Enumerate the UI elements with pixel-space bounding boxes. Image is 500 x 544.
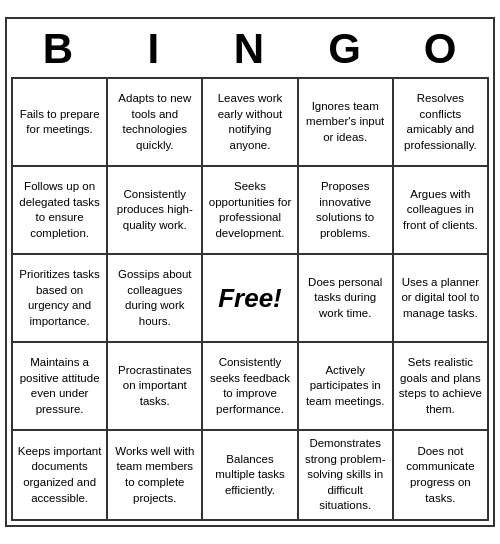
bingo-cell-21[interactable]: Works well with team members to complete… [108,431,203,521]
bingo-cell-3[interactable]: Ignores team member's input or ideas. [299,79,394,167]
header-letter: B [11,23,107,77]
bingo-cell-15[interactable]: Maintains a positive attitude even under… [13,343,108,431]
bingo-cell-8[interactable]: Proposes innovative solutions to problem… [299,167,394,255]
bingo-cell-14[interactable]: Uses a planner or digital tool to manage… [394,255,489,343]
bingo-cell-18[interactable]: Actively participates in team meetings. [299,343,394,431]
bingo-cell-1[interactable]: Adapts to new tools and technologies qui… [108,79,203,167]
header-letter: O [393,23,489,77]
bingo-cell-19[interactable]: Sets realistic goals and plans steps to … [394,343,489,431]
bingo-cell-13[interactable]: Does personal tasks during work time. [299,255,394,343]
bingo-cell-9[interactable]: Argues with colleagues in front of clien… [394,167,489,255]
bingo-cell-11[interactable]: Gossips about colleagues during work hou… [108,255,203,343]
bingo-header: BINGO [11,23,489,77]
bingo-cell-16[interactable]: Procrastinates on important tasks. [108,343,203,431]
header-letter: I [107,23,203,77]
bingo-cell-5[interactable]: Follows up on delegated tasks to ensure … [13,167,108,255]
bingo-cell-6[interactable]: Consistently produces high-quality work. [108,167,203,255]
bingo-cell-10[interactable]: Prioritizes tasks based on urgency and i… [13,255,108,343]
bingo-cell-17[interactable]: Consistently seeks feedback to improve p… [203,343,298,431]
bingo-cell-22[interactable]: Balances multiple tasks efficiently. [203,431,298,521]
header-letter: N [202,23,298,77]
bingo-cell-4[interactable]: Resolves conflicts amicably and professi… [394,79,489,167]
bingo-cell-7[interactable]: Seeks opportunities for professional dev… [203,167,298,255]
header-letter: G [298,23,394,77]
bingo-cell-20[interactable]: Keeps important documents organized and … [13,431,108,521]
bingo-card: BINGO Fails to prepare for meetings.Adap… [5,17,495,527]
bingo-cell-12[interactable]: Free! [203,255,298,343]
bingo-cell-0[interactable]: Fails to prepare for meetings. [13,79,108,167]
bingo-grid: Fails to prepare for meetings.Adapts to … [11,77,489,521]
bingo-cell-2[interactable]: Leaves work early without notifying anyo… [203,79,298,167]
bingo-cell-23[interactable]: Demonstrates strong problem-solving skil… [299,431,394,521]
bingo-cell-24[interactable]: Does not communicate progress on tasks. [394,431,489,521]
